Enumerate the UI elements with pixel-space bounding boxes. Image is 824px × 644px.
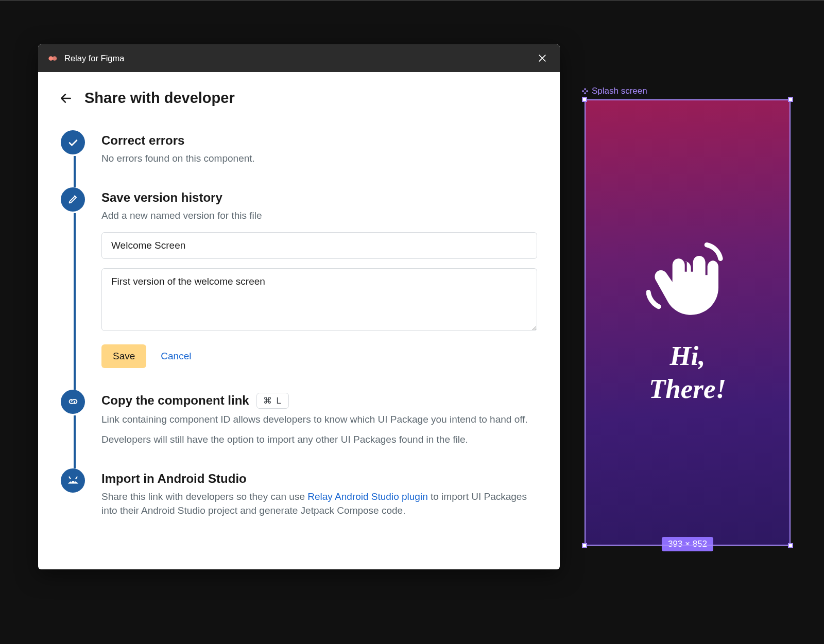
resize-handle[interactable]: [582, 97, 587, 102]
step-badge-check: [61, 130, 85, 154]
resize-handle[interactable]: [582, 543, 587, 548]
step-save-version: Save version history Add a new named ver…: [61, 187, 537, 368]
close-button[interactable]: [535, 51, 550, 65]
page-title: Share with developer: [84, 90, 235, 107]
frame-label-row[interactable]: Splash screen: [581, 86, 787, 96]
canvas-frame-wrap: Splash screen Hi, There! 393 × 852: [585, 86, 791, 546]
frame-name[interactable]: Splash screen: [592, 86, 647, 96]
svg-point-2: [71, 481, 72, 482]
keyboard-shortcut: ⌘ L: [256, 393, 289, 409]
step-copy-link: Copy the component link ⌘ L Link contain…: [61, 390, 537, 447]
back-button[interactable]: [59, 91, 73, 106]
step-desc: Developers will still have the option to…: [101, 433, 537, 447]
canvas-top-divider: [0, 0, 824, 1]
dialog-titlebar[interactable]: Relay for Figma: [38, 44, 560, 72]
step-desc: Link containing component ID allows deve…: [101, 413, 537, 427]
step-title: Copy the component link: [101, 393, 249, 408]
step-title: Import in Android Studio: [101, 472, 537, 486]
step-desc: No errors found on this component.: [101, 152, 537, 166]
save-button[interactable]: Save: [101, 344, 146, 368]
resize-handle[interactable]: [788, 97, 793, 102]
step-title: Save version history: [101, 190, 537, 205]
splash-frame[interactable]: Hi, There!: [585, 99, 791, 546]
link-icon: [67, 396, 79, 407]
version-description-textarea[interactable]: [101, 268, 537, 331]
selection-outline: [585, 99, 791, 546]
relay-logo-icon: [48, 54, 58, 63]
step-import-android: Import in Android Studio Share this link…: [61, 468, 537, 518]
pencil-icon: [67, 194, 79, 205]
svg-point-1: [53, 56, 57, 61]
step-badge-link: [61, 390, 85, 414]
relay-plugin-link[interactable]: Relay Android Studio plugin: [307, 491, 427, 502]
step-desc: Share this link with developers so they …: [101, 490, 537, 518]
dialog-body[interactable]: Share with developer Correct errors No e…: [38, 72, 560, 569]
svg-point-3: [74, 481, 75, 482]
step-badge-edit: [61, 187, 85, 212]
text: Share this link with developers so they …: [101, 491, 307, 502]
check-icon: [67, 136, 79, 149]
step-badge-android: [61, 468, 85, 493]
arrow-left-icon: [59, 92, 73, 105]
close-icon: [537, 53, 547, 63]
component-icon: [581, 88, 589, 95]
resize-handle[interactable]: [788, 543, 793, 548]
cancel-button[interactable]: Cancel: [161, 351, 191, 362]
step-desc: Add a new named version for this file: [101, 209, 537, 223]
step-correct-errors: Correct errors No errors found on this c…: [61, 130, 537, 166]
dialog-title: Relay for Figma: [64, 54, 124, 63]
step-title: Correct errors: [101, 133, 537, 148]
relay-plugin-dialog: Relay for Figma Share with developer: [38, 44, 560, 569]
android-icon: [66, 474, 80, 487]
version-name-input[interactable]: [101, 232, 537, 259]
